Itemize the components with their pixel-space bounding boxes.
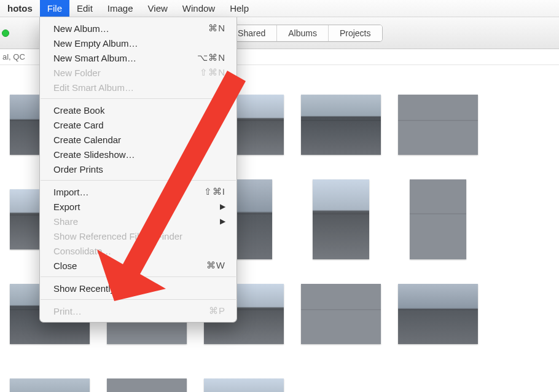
menu-file[interactable]: File [40,0,69,17]
photo-thumbnail[interactable] [398,274,478,354]
menu-item: Show Referenced File in Finder [40,229,237,243]
tab-albums[interactable]: Albums [277,25,329,41]
menu-item-label: Consolidate… [53,246,111,256]
menu-item-shortcut: ⌘W [206,260,225,271]
submenu-arrow-icon: ▶ [220,217,225,225]
menu-item[interactable]: Create Book [40,103,237,117]
photo-thumbnail[interactable] [10,369,90,392]
menu-item-label: New Empty Album… [53,38,138,49]
menu-item-label: Create Slideshow… [53,149,135,160]
menu-view[interactable]: View [141,0,175,17]
menu-image[interactable]: Image [100,0,141,17]
menu-item-label: New Album… [53,23,109,34]
menu-edit[interactable]: Edit [69,0,100,17]
tab-projects[interactable]: Projects [329,25,382,41]
menu-app-name[interactable]: hotos [0,0,40,17]
photo-thumbnail[interactable] [301,179,381,259]
menubar: hotos File Edit Image View Window Help [0,0,559,17]
menu-item-label: Create Card [53,120,104,130]
menu-item-shortcut: ⇧⌘I [204,186,225,197]
menu-item[interactable]: New Smart Album…⌥⌘N [40,50,237,65]
menu-item-label: New Folder [53,68,101,78]
menu-item: Edit Smart Album… [40,80,237,95]
breadcrumb-text: al, QC [2,52,25,61]
photo-thumbnail[interactable] [398,179,478,259]
traffic-light-icon[interactable] [2,29,9,37]
menu-separator [41,98,236,99]
menu-item-label: Close [53,261,77,271]
menu-item[interactable]: Show Recently Deleted [40,281,237,296]
menu-item-label: Edit Smart Album… [53,82,134,93]
photo-placeholder [204,378,284,392]
menu-item[interactable]: Create Slideshow… [40,147,237,162]
menu-separator [41,299,236,300]
menu-item-label: Create Calendar [53,135,121,145]
menu-item-label: Share [53,216,78,227]
menu-item-label: Show Recently Deleted [53,283,149,294]
menu-item[interactable]: Order Prints [40,162,237,176]
menu-item: New Folder⇧⌘N [40,65,237,80]
photo-placeholder [410,179,466,259]
menu-item: Share▶ [40,214,237,229]
photo-placeholder [398,95,478,155]
menu-item[interactable]: Import…⇧⌘I [40,184,237,199]
menu-item-label: Create Book [53,105,104,116]
menu-help[interactable]: Help [222,0,256,17]
window-traffic-lights[interactable] [2,29,9,37]
menu-item[interactable]: New Empty Album… [40,36,237,50]
photo-placeholder [398,284,478,344]
photo-placeholder [10,378,90,392]
menu-item-label: Import… [53,187,89,197]
menu-item[interactable]: Create Calendar [40,132,237,147]
menu-item: Print…⌘P [40,304,237,318]
menu-window[interactable]: Window [175,0,222,17]
menu-item[interactable]: Close⌘W [40,258,237,273]
photo-thumbnail[interactable] [301,85,381,165]
menu-item-shortcut: ⇧⌘N [200,67,225,78]
submenu-arrow-icon: ▶ [220,202,225,211]
photo-thumbnail[interactable] [398,85,478,165]
menu-item-label: Print… [53,306,82,316]
menu-item: Consolidate… [40,243,237,258]
menu-separator [41,180,236,181]
menu-item[interactable]: New Album…⌘N [40,21,237,36]
menu-item-label: Export [53,202,80,212]
menu-item-shortcut: ⌥⌘N [197,52,225,63]
file-menu-dropdown: New Album…⌘NNew Empty Album…New Smart Al… [39,17,237,323]
photo-placeholder [301,95,381,155]
menu-item[interactable]: Create Card [40,117,237,132]
menu-item-label: Show Referenced File in Finder [53,231,182,241]
photo-placeholder [313,179,369,259]
menu-item-label: New Smart Album… [53,53,136,63]
photo-thumbnail[interactable] [204,369,284,392]
menu-item-shortcut: ⌘P [209,305,225,316]
photo-placeholder [107,378,187,392]
menu-item-label: Order Prints [53,164,103,174]
menu-item-shortcut: ⌘N [208,23,225,34]
menu-separator [41,276,236,277]
photo-thumbnail[interactable] [301,274,381,354]
menu-item[interactable]: Export▶ [40,199,237,214]
photo-placeholder [301,284,381,344]
photo-thumbnail[interactable] [107,369,187,392]
